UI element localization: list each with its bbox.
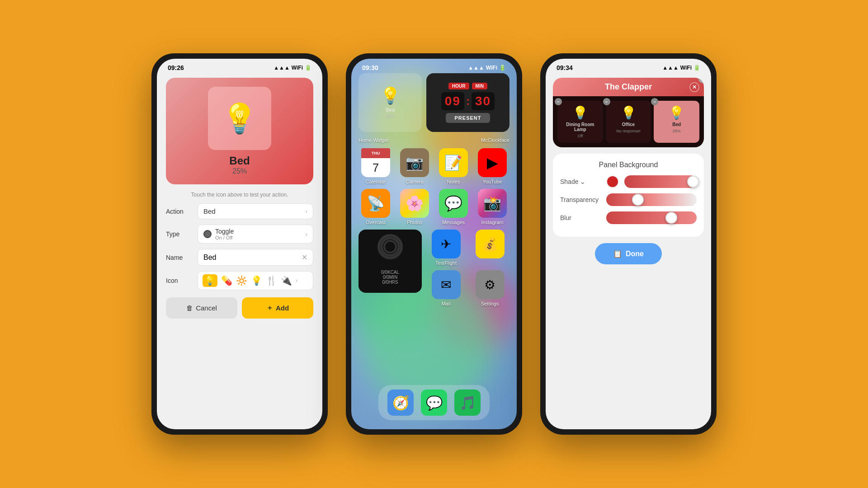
- clapper-panel: − The Clapper ✕ − 💡 Dining Room Lamp Off: [553, 78, 704, 147]
- fitness-widget[interactable]: 0/0KCAL 0/0MIN 0/0HRS: [359, 230, 422, 293]
- phone-3: 09:34 ▲▲▲ WiFi 🔋 − The Clapper ✕: [540, 53, 717, 435]
- action-value: Bed: [203, 207, 216, 215]
- app-camera[interactable]: 📷 Camera: [397, 148, 432, 184]
- dock-safari[interactable]: 🧭: [387, 389, 414, 416]
- dining-light-icon: 💡: [572, 105, 588, 120]
- bed-widget[interactable]: 💡 Bed 25%: [359, 73, 422, 132]
- app-calendar[interactable]: THU 7 Calendar: [359, 148, 393, 184]
- clock-widget[interactable]: HOUR MIN 09 : 30 PRESENT: [426, 73, 509, 132]
- status-bar-1: 09:26 ▲▲▲ WiFi 🔋: [157, 59, 322, 73]
- icon-more-chevron[interactable]: ›: [296, 277, 297, 284]
- calendar-label: Calendar: [366, 179, 386, 184]
- clock-badges: HOUR MIN: [448, 83, 487, 89]
- form-type-row: Type Toggle On / Off ›: [166, 225, 313, 244]
- app-mail[interactable]: ✉ Mail: [426, 270, 466, 306]
- light-minus-office[interactable]: −: [603, 98, 610, 105]
- blur-slider[interactable]: [606, 211, 697, 224]
- bed-light-icon: 💡: [669, 105, 684, 120]
- wifi-icon-3: WiFi: [680, 65, 692, 71]
- clock-hour: 09: [441, 92, 464, 110]
- done-label: Done: [626, 250, 644, 258]
- messages-label: Messages: [442, 220, 465, 225]
- clapper-light-office[interactable]: − 💡 Office No response!: [606, 101, 651, 143]
- dock-spotify[interactable]: 🎵: [454, 389, 481, 416]
- toggle-ball: [203, 230, 212, 238]
- wifi-icon: WiFi: [292, 65, 303, 71]
- transparency-slider[interactable]: [606, 193, 697, 206]
- action-input[interactable]: Bed ›: [198, 203, 313, 219]
- office-light-icon: 💡: [621, 105, 637, 120]
- app-settings[interactable]: ⚙ Settings: [470, 270, 509, 306]
- app-notes[interactable]: 📝 Notes: [436, 148, 471, 184]
- clock-widget-label: McClockface: [481, 137, 509, 143]
- app-overcast[interactable]: 📡 Overcast: [359, 189, 393, 225]
- shade-chevron[interactable]: ⌄: [580, 178, 585, 185]
- cancel-button[interactable]: 🗑 Cancel: [166, 297, 237, 319]
- icon-option-fork[interactable]: 🍴: [266, 275, 277, 286]
- battery-icon-3: 🔋: [693, 65, 700, 71]
- blur-thumb[interactable]: [665, 212, 677, 224]
- add-button[interactable]: ＋ Add: [242, 297, 313, 319]
- bed-light-status: 25%: [673, 129, 681, 133]
- action-editor: 💡 Bed 25% Touch the icon above to test y…: [157, 73, 322, 429]
- messages-icon: 💬: [439, 189, 468, 218]
- clapper-light-dining[interactable]: − 💡 Dining Room Lamp Off: [557, 101, 603, 143]
- notes-icon: 📝: [439, 148, 468, 177]
- trash-icon: 🗑: [186, 304, 193, 312]
- instagram-label: Instagram: [481, 220, 504, 225]
- clear-icon[interactable]: ✕: [302, 253, 307, 262]
- shade-slider[interactable]: [624, 175, 697, 188]
- done-button[interactable]: 📋 Done: [595, 243, 662, 264]
- status-icons-1: ▲▲▲ WiFi 🔋: [274, 65, 311, 71]
- testflight-icon: ✈: [432, 230, 461, 258]
- signal-icon: ▲▲▲: [274, 65, 290, 71]
- min-badge: MIN: [472, 83, 487, 89]
- clapper-header: The Clapper ✕: [553, 78, 704, 96]
- app-photos[interactable]: 🌸 Photos: [397, 189, 432, 225]
- app-youtube[interactable]: ▶ YouTube: [475, 148, 509, 184]
- dock-whatsapp[interactable]: 💬: [421, 389, 447, 416]
- done-icon: 📋: [613, 249, 622, 258]
- widgets-row: 💡 Bed 25% HOUR MIN 09 : 30 PRESENT: [351, 73, 517, 132]
- icon-option-bulb[interactable]: 💡: [203, 274, 217, 287]
- fitness-rings: [377, 233, 404, 260]
- shade-thumb[interactable]: [687, 176, 699, 188]
- icon-option-pill[interactable]: 💊: [221, 275, 232, 286]
- bed-widget-icon: 💡: [380, 86, 401, 105]
- emoji-icon: 💰: [476, 230, 505, 258]
- transparency-thumb[interactable]: [632, 194, 644, 206]
- icon-option-light3[interactable]: 💡: [251, 275, 262, 286]
- present-button[interactable]: PRESENT: [446, 113, 491, 123]
- icon-picker[interactable]: 💡 💊 🔆 💡 🍴 🔌 ›: [198, 271, 313, 290]
- fitness-stats: 0/0KCAL 0/0MIN 0/0HRS: [381, 270, 399, 285]
- clapper-light-bed[interactable]: − 💡 Bed 25%: [654, 101, 699, 143]
- light-minus-bed[interactable]: −: [651, 98, 658, 105]
- light-minus-dining[interactable]: −: [555, 98, 562, 105]
- office-light-status: No response!: [616, 129, 641, 133]
- youtube-label: YouTube: [482, 179, 502, 184]
- clapper-lights: − 💡 Dining Room Lamp Off − 💡 Office No r…: [553, 96, 704, 147]
- time-1: 09:26: [168, 64, 184, 71]
- dining-light-status: Off: [577, 134, 583, 138]
- clapper-close-btn[interactable]: ✕: [689, 82, 699, 92]
- fitness-min: 0/0MIN: [381, 275, 399, 280]
- app-emoji[interactable]: 💰: [470, 230, 509, 266]
- overcast-label: Overcast: [366, 220, 386, 225]
- status-bar-3: 09:34 ▲▲▲ WiFi 🔋: [546, 59, 711, 73]
- light-preview-card: 💡 Bed 25%: [166, 78, 313, 184]
- shade-color-swatch[interactable]: [606, 175, 619, 188]
- mail-icon: ✉: [432, 270, 461, 299]
- form-icon-row: Icon 💡 💊 🔆 💡 🍴 🔌 ›: [166, 271, 313, 290]
- type-input[interactable]: Toggle On / Off ›: [198, 225, 313, 244]
- blur-label: Blur: [560, 214, 601, 221]
- status-icons-3: ▲▲▲ WiFi 🔋: [662, 65, 700, 71]
- app-testflight[interactable]: ✈ TestFlight: [426, 230, 466, 266]
- icon-option-plug[interactable]: 🔌: [281, 275, 292, 286]
- panel-bg-section: Panel Background Shade ⌄: [553, 154, 704, 237]
- name-label: Name: [166, 254, 193, 261]
- app-messages[interactable]: 💬 Messages: [436, 189, 471, 225]
- icon-option-light2[interactable]: 🔆: [236, 275, 247, 286]
- phone-2: 09:30 ▲▲▲ WiFi 🔋 💡 Bed 25% HOU: [346, 53, 522, 435]
- name-input[interactable]: Bed ✕: [198, 249, 313, 266]
- app-instagram[interactable]: 📸 Instagram: [475, 189, 509, 225]
